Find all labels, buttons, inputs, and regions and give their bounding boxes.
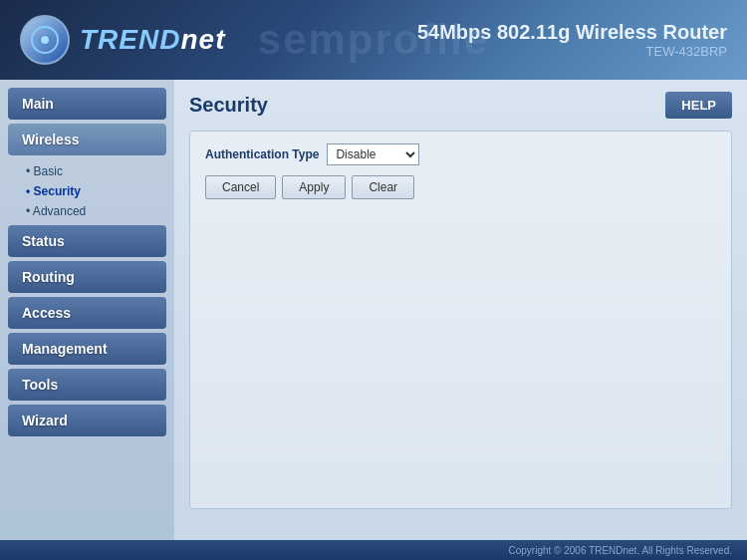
sidebar-sub-security[interactable]: • Security	[18, 181, 166, 201]
content-header: Security HELP	[189, 92, 732, 119]
auth-type-label: Authentication Type	[205, 147, 319, 161]
sidebar-item-wireless[interactable]: Wireless	[8, 124, 166, 155]
page-title: Security	[189, 94, 268, 117]
apply-button[interactable]: Apply	[282, 175, 346, 199]
footer: Copyright © 2006 TRENDnet. All Rights Re…	[0, 540, 747, 560]
sidebar-sub-advanced[interactable]: • Advanced	[18, 201, 166, 221]
sidebar-item-tools[interactable]: Tools	[8, 369, 166, 401]
logo-net: net	[180, 24, 225, 55]
action-buttons-row: Cancel Apply Clear	[205, 175, 716, 199]
header: TRENDnet semprofile 54Mbps 802.11g Wirel…	[0, 0, 747, 80]
cancel-button[interactable]: Cancel	[205, 175, 276, 199]
sidebar-item-main[interactable]: Main	[8, 88, 166, 120]
sidebar-item-wizard[interactable]: Wizard	[8, 405, 166, 436]
auth-type-row: Authentication Type Disable WEP WPA WPA2…	[205, 143, 716, 165]
logo-trend: TREND	[80, 24, 180, 55]
sidebar-item-management[interactable]: Management	[8, 333, 166, 365]
svg-point-1	[41, 36, 49, 44]
content-box: Authentication Type Disable WEP WPA WPA2…	[189, 131, 732, 509]
logo-text: TRENDnet	[80, 24, 225, 56]
header-sub-title: TEW-432BRP	[417, 44, 727, 59]
sidebar-item-access[interactable]: Access	[8, 297, 166, 329]
clear-button[interactable]: Clear	[352, 175, 414, 199]
footer-text: Copyright © 2006 TRENDnet. All Rights Re…	[508, 545, 732, 556]
main-layout: Main Wireless • Basic • Security • Advan…	[0, 80, 747, 540]
auth-type-select[interactable]: Disable WEP WPA WPA2 WPA-Mixed	[327, 143, 419, 165]
sidebar-item-status[interactable]: Status	[8, 225, 166, 257]
sidebar: Main Wireless • Basic • Security • Advan…	[0, 80, 174, 540]
header-main-title: 54Mbps 802.11g Wireless Router	[417, 21, 727, 44]
content-area: Security HELP Authentication Type Disabl…	[174, 80, 747, 540]
sidebar-sub-basic[interactable]: • Basic	[18, 161, 166, 181]
logo: TRENDnet	[20, 15, 225, 65]
help-button[interactable]: HELP	[665, 92, 732, 119]
sidebar-item-routing[interactable]: Routing	[8, 261, 166, 293]
header-title: 54Mbps 802.11g Wireless Router TEW-432BR…	[417, 21, 727, 59]
logo-icon	[20, 15, 70, 65]
wireless-subnav: • Basic • Security • Advanced	[8, 159, 166, 225]
